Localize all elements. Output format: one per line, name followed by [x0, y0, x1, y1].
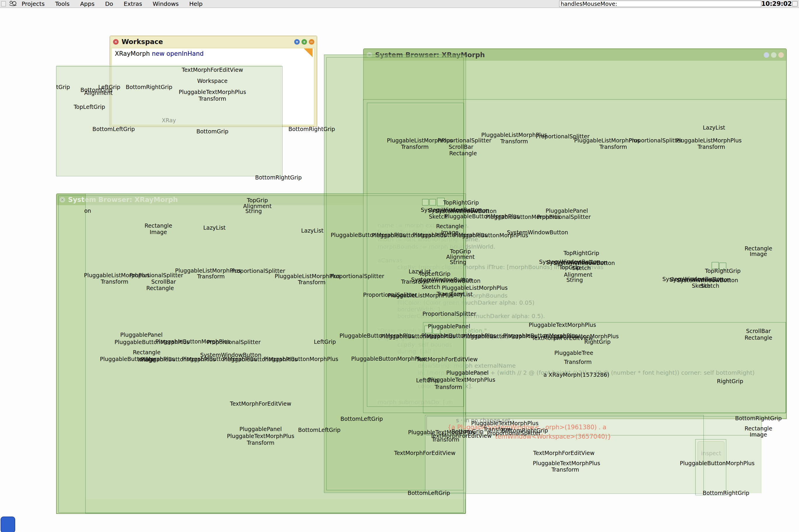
xray-morph-label: TopGrip [247, 197, 268, 204]
xray-morph-label: Workspace [197, 78, 228, 84]
menu-tools[interactable]: Tools [55, 0, 70, 7]
xray-morph-label: PluggableTextMorphPlus [529, 322, 596, 328]
xray-morph-label: ProportionalSplitter [629, 137, 683, 144]
window-menu-icon[interactable] [764, 52, 769, 58]
xray-morph-label: ProportionalSplitter [422, 310, 476, 317]
xray-morph-label: PluggableListMorphPlus [175, 267, 241, 274]
clock[interactable]: 10:29:02 [761, 0, 792, 7]
menu-do[interactable]: Do [105, 0, 113, 7]
xray-morph-label: PluggablePanel [239, 426, 282, 432]
xray-morph-label: Transform [564, 359, 592, 365]
xray-grip-rect [430, 199, 436, 206]
xray-morph-label: LeftGrip [314, 339, 336, 345]
code-rest: new openInHand [150, 50, 204, 57]
xray-morph-label: Image [149, 229, 167, 235]
tray-icon[interactable] [792, 1, 798, 6]
menu-extras[interactable]: Extras [124, 0, 142, 7]
xray-morph-label: String [566, 277, 583, 283]
xray-morph-label: Rectangle [133, 349, 161, 356]
menu-windows[interactable]: Windows [153, 0, 179, 7]
collapse-icon[interactable] [778, 52, 784, 58]
xray-morph-label: PluggableTextMorphPlus [533, 460, 600, 466]
xray-morph-label: Transform [697, 144, 725, 150]
search-message-input[interactable] [559, 1, 761, 7]
xray-morph-label: BottomRightGrip [735, 415, 782, 421]
xray-morph-label: BottomRightGrip [255, 174, 302, 180]
xray-frame-rect [695, 439, 726, 495]
xray-morph-label: Rectangle [745, 335, 773, 341]
xray-morph-label: Transform [432, 436, 459, 443]
xray-morph-label: PluggablePanel [546, 208, 588, 214]
xray-morph-label: a XRayMorph(1573286) [543, 372, 610, 378]
menu-projects[interactable]: Projects [22, 0, 45, 7]
xray-morph-label: PluggableTextMorphPlus [471, 420, 539, 426]
xray-morph-label: Transform [599, 144, 627, 150]
xray-morph-label: Rectangle [449, 150, 477, 156]
xray-morph-label: LazyList [451, 291, 473, 297]
xray-morph-label: on [84, 208, 91, 214]
xray-morph-label: TextMorphForEditView [533, 450, 595, 456]
workspace-code[interactable]: XRayMorph new openInHand [115, 50, 204, 57]
xray-morph-label: TopRightGrip [564, 250, 599, 256]
xray-morph-label: ProportionalSplitter [207, 339, 260, 345]
xray-morph-label: ProportionalSplitter [537, 214, 591, 220]
xray-morph-label: PluggableTree [554, 349, 593, 356]
xray-morph-label: PluggableListMorphPlus [388, 292, 453, 299]
xray-morph-label: BottomLeftGrip [298, 426, 340, 433]
xray-morph-label: BottomGrip [196, 128, 229, 135]
workspace-titlebar[interactable]: ✕ Workspace ▾ + − [110, 36, 317, 47]
xray-morph-label: TextMorphForEditView [394, 450, 455, 456]
xray-morph-label: RightGrip [717, 378, 743, 384]
collapse-icon[interactable]: − [309, 39, 314, 45]
xray-morph-label: Sketch [701, 283, 719, 289]
xray-morph-label: BottomLeftGrip [340, 416, 383, 422]
xray-morph-label: BottomRightGrip [126, 84, 172, 90]
xray-morph-label: TopRightGrip [443, 199, 479, 206]
xray-morph-label: ProportionalSplitter [330, 273, 384, 279]
xray-morph-label: PluggableButtonMorphPlus [544, 333, 619, 339]
xray-morph-label: TextMorphForEditView [230, 400, 291, 407]
xray-morph-label: PluggableTextMorphPlus [227, 433, 294, 439]
xray-morph-label: PluggableTextMorphPlus [179, 89, 246, 95]
expand-icon[interactable] [771, 52, 777, 58]
xray-morph-label: BottomRightGrip [703, 490, 749, 496]
project-placard-icon[interactable] [1, 1, 6, 6]
xray-morph-label: PluggableButtonMorphPlus [351, 356, 426, 362]
xray-morph-label: Transform [101, 279, 129, 285]
xray-morph-label: BottomLeftGrip [407, 490, 450, 496]
xray-morph-label: Transform [401, 144, 429, 150]
menu-apps[interactable]: Apps [80, 0, 95, 7]
flap-tab[interactable] [1, 516, 15, 532]
xray-morph-label: Image [750, 251, 767, 257]
xray-morph-label: TopLeftGrip [419, 270, 451, 277]
window-menu-icon[interactable]: ▾ [294, 39, 300, 45]
xray-morph-label: LazyList [703, 124, 725, 131]
xray-morph-label: LazyList [203, 224, 226, 231]
xray-morph-label: PluggableListMorphPlus [442, 285, 507, 291]
xray-morph-label: LazyList [301, 227, 324, 234]
xray-morph-label: Transform [199, 95, 226, 102]
workspace-corner-flag [304, 49, 313, 57]
squeak-logo-icon[interactable] [8, 0, 18, 7]
xray-morph-label: PluggablePanel [428, 323, 470, 329]
xray-morph-label: ProportionalSplitter [438, 137, 491, 144]
xray-morph-label: TextMorphForEditView [416, 356, 478, 362]
xray-morph-label: ProportionalSplitter [487, 430, 541, 436]
close-icon[interactable]: ✕ [113, 39, 119, 45]
xray-morph-label: XRay [162, 117, 176, 124]
xray-morph-label: Sketch [572, 265, 591, 271]
xray-morph-label: Rectangle [146, 285, 174, 291]
xray-morph-label: BottomRightGrip [288, 126, 335, 132]
xray-morph-label: Alignment [84, 90, 112, 96]
xray-morph-label: Transform [197, 273, 225, 280]
xray-morph-label: PluggablePanel [447, 369, 489, 376]
xray-morph-label: TopRightGrip [705, 268, 741, 274]
expand-icon[interactable]: + [302, 39, 307, 45]
xray-morph-label: ScrollBar [746, 328, 771, 334]
xray-morph-label: ScrollBar [151, 279, 176, 285]
xray-morph-label: LeftGrip [98, 84, 120, 90]
xray-morph-label: PluggableButtonMorphPlus [680, 460, 755, 466]
xray-morph-label: TopLeftGrip [74, 103, 105, 110]
workspace-title: Workspace [122, 38, 163, 45]
menu-help[interactable]: Help [189, 0, 203, 7]
